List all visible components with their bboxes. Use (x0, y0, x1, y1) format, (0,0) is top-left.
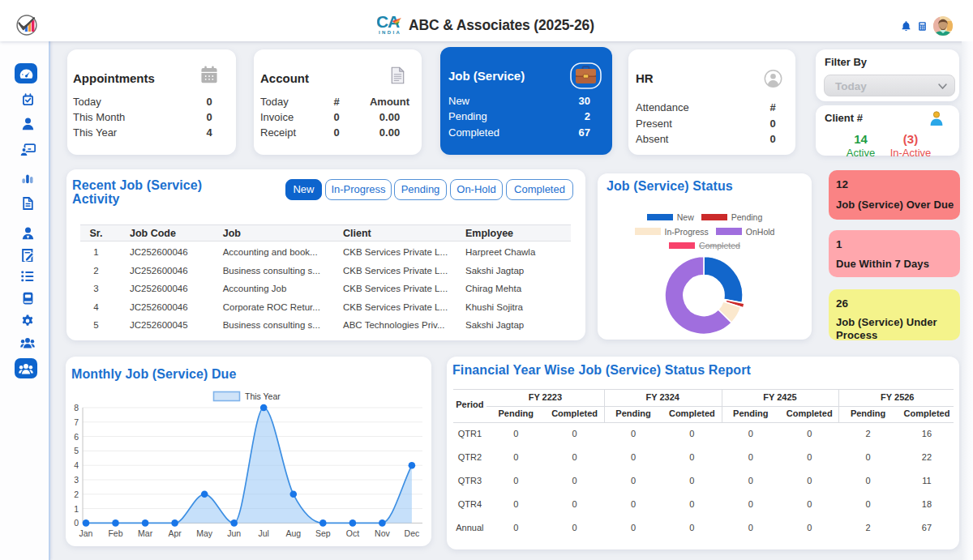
svg-text:4: 4 (74, 460, 79, 470)
svg-text:Mar: Mar (138, 528, 153, 538)
svg-text:5: 5 (74, 446, 79, 455)
svg-text:INDIA: INDIA (379, 30, 401, 35)
svg-text:Jan: Jan (79, 528, 93, 538)
svg-text:Jun: Jun (227, 528, 241, 538)
svg-text:Jul: Jul (258, 528, 268, 538)
svg-text:This Year: This Year (245, 391, 281, 401)
svg-text:Sep: Sep (315, 528, 331, 538)
svg-text:Aug: Aug (285, 528, 301, 538)
svg-text:Apr: Apr (168, 528, 182, 538)
svg-text:3: 3 (74, 475, 79, 485)
svg-text:Nov: Nov (375, 528, 390, 538)
svg-text:May: May (196, 528, 213, 538)
svg-text:1: 1 (74, 504, 79, 514)
svg-text:0: 0 (74, 518, 79, 528)
svg-text:Dec: Dec (405, 528, 420, 538)
svg-text:7: 7 (74, 417, 79, 427)
svg-text:2: 2 (74, 489, 79, 499)
svg-text:Feb: Feb (108, 528, 122, 538)
svg-text:6: 6 (74, 432, 79, 442)
svg-text:Oct: Oct (346, 528, 359, 538)
svg-text:8: 8 (74, 403, 79, 413)
